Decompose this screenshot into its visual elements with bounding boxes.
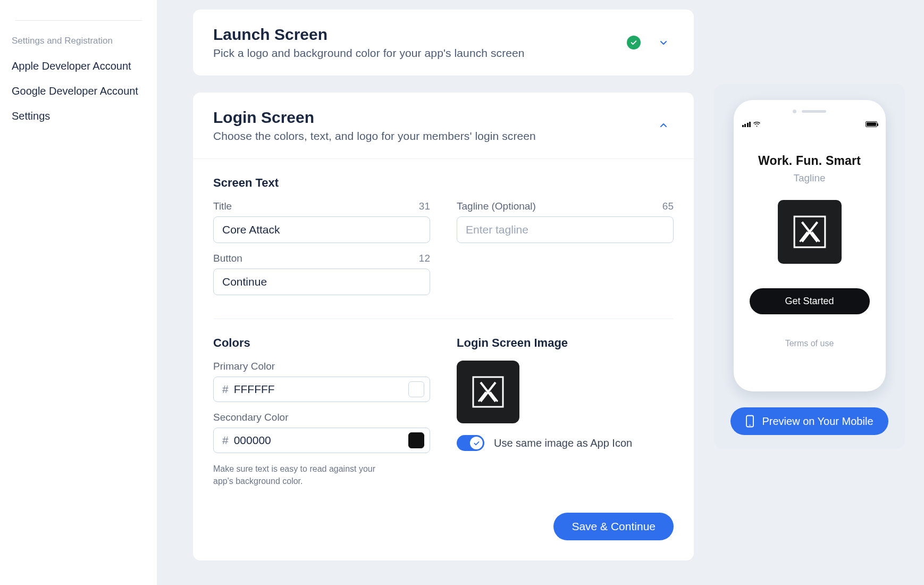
sidebar-divider xyxy=(15,20,142,21)
preview-terms-link: Terms of use xyxy=(785,339,834,348)
section-divider xyxy=(213,319,674,319)
check-icon xyxy=(473,440,480,447)
sidebar-item-settings[interactable]: Settings xyxy=(11,104,146,129)
launch-card-title: Launch Screen xyxy=(213,26,627,44)
collapse-toggle-login[interactable] xyxy=(653,115,674,136)
preview-title: Work. Fun. Smart xyxy=(758,154,861,168)
preview-logo xyxy=(778,200,842,264)
preview-on-mobile-button[interactable]: Preview on Your Mobile xyxy=(730,407,888,435)
use-same-image-toggle[interactable] xyxy=(457,435,484,451)
secondary-color-input[interactable]: # xyxy=(213,428,430,453)
colors-heading: Colors xyxy=(213,336,430,350)
wifi-icon xyxy=(753,122,760,127)
expand-toggle-launch[interactable] xyxy=(653,32,674,53)
preview-tagline: Tagline xyxy=(793,172,825,184)
card-login-screen: Login Screen Choose the colors, text, an… xyxy=(193,93,694,561)
secondary-color-swatch[interactable] xyxy=(408,432,424,448)
logo-icon xyxy=(471,375,505,409)
screen-text-heading: Screen Text xyxy=(213,176,674,190)
sidebar-section-label: Settings and Registration xyxy=(11,36,146,46)
hash-symbol: # xyxy=(222,434,229,447)
hash-symbol: # xyxy=(222,383,229,396)
sidebar-item-apple-dev[interactable]: Apple Developer Account xyxy=(11,54,146,79)
card-launch-screen: Launch Screen Pick a logo and background… xyxy=(193,10,694,76)
login-screen-image-tile[interactable] xyxy=(457,361,519,423)
signal-icon xyxy=(742,122,751,127)
primary-color-swatch[interactable] xyxy=(408,381,424,397)
phone-preview: Work. Fun. Smart Tagline Get Started Ter… xyxy=(734,100,886,391)
svg-point-3 xyxy=(750,424,751,425)
button-text-input[interactable] xyxy=(213,269,430,295)
phone-notch xyxy=(741,107,878,115)
preview-column: Work. Fun. Smart Tagline Get Started Ter… xyxy=(714,0,924,585)
check-complete-icon xyxy=(627,36,641,49)
battery-icon xyxy=(866,121,877,127)
secondary-color-hex[interactable] xyxy=(234,434,408,447)
sidebar: Settings and Registration Apple Develope… xyxy=(0,0,157,585)
tagline-input[interactable] xyxy=(457,216,674,243)
phone-status-bar xyxy=(741,115,878,130)
use-same-image-label: Use same image as App Icon xyxy=(494,437,632,449)
primary-color-input[interactable]: # xyxy=(213,377,430,402)
preview-panel: Work. Fun. Smart Tagline Get Started Ter… xyxy=(714,84,905,449)
launch-card-subtitle: Pick a logo and background color for you… xyxy=(213,47,627,60)
preview-cta-button: Get Started xyxy=(750,288,870,314)
primary-color-label: Primary Color xyxy=(213,361,275,372)
preview-on-mobile-label: Preview on Your Mobile xyxy=(762,415,873,428)
colors-help-text: Make sure text is easy to read against y… xyxy=(213,463,394,487)
secondary-color-label: Secondary Color xyxy=(213,412,289,423)
title-input[interactable] xyxy=(213,216,430,243)
primary-color-hex[interactable] xyxy=(234,383,408,396)
title-field-label: Title xyxy=(213,200,232,212)
title-field-counter: 31 xyxy=(419,200,430,212)
logo-icon xyxy=(792,214,827,249)
save-continue-button[interactable]: Save & Continue xyxy=(553,513,674,540)
button-field-counter: 12 xyxy=(419,253,430,264)
mobile-icon xyxy=(745,415,754,428)
login-image-heading: Login Screen Image xyxy=(457,336,674,350)
tagline-field-counter: 65 xyxy=(662,200,674,212)
login-card-title: Login Screen xyxy=(213,108,653,127)
button-field-label: Button xyxy=(213,253,242,264)
sidebar-item-google-dev[interactable]: Google Developer Account xyxy=(11,79,146,104)
main-content: Launch Screen Pick a logo and background… xyxy=(157,0,714,585)
login-card-subtitle: Choose the colors, text, and logo for yo… xyxy=(213,130,653,143)
tagline-field-label: Tagline (Optional) xyxy=(457,200,536,212)
